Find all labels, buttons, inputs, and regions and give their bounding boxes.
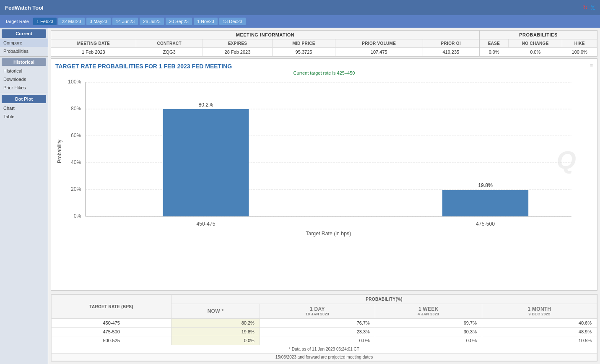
content-area: MEETING INFORMATION MEETING DATE CONTRAC…	[48, 28, 600, 364]
app-title: FedWatch Tool	[5, 5, 44, 11]
month1-450-475: 40.6%	[482, 319, 597, 328]
info-prob-row: MEETING INFORMATION MEETING DATE CONTRAC…	[51, 30, 597, 57]
meeting-tab-3[interactable]: 14 Jun23	[112, 18, 138, 25]
svg-text:100%: 100%	[68, 79, 81, 85]
sidebar-historical[interactable]: Historical	[0, 67, 48, 75]
table-row: 500-525 0.0% 0.0% 0.0% 10.5%	[52, 336, 597, 345]
prob-no-change-val: 0.0%	[508, 48, 562, 57]
chart-menu-icon[interactable]: ≡	[590, 63, 593, 69]
col-contract: CONTRACT	[136, 39, 203, 48]
meeting-tab-7[interactable]: 13 Dec23	[219, 18, 246, 25]
dot-plot-section[interactable]: Dot Plot	[2, 95, 46, 103]
svg-text:80%: 80%	[71, 106, 81, 112]
cell-contract: ZQG3	[136, 48, 203, 57]
col-expires: EXPIRES	[203, 39, 272, 48]
col-mid-price: MID PRICE	[273, 39, 335, 48]
cell-prior-volume: 107,475	[335, 48, 423, 57]
col-meeting-date: MEETING DATE	[51, 39, 136, 48]
svg-text:60%: 60%	[71, 133, 81, 138]
table-row: 450-475 80.2% 76.7% 69.7% 40.6%	[52, 319, 597, 328]
day1-500-525: 0.0%	[260, 336, 375, 345]
footer-row-2: 15/03/2023 and forward are projected mee…	[52, 354, 597, 361]
current-section[interactable]: Current	[2, 29, 46, 38]
svg-text:19.8%: 19.8%	[478, 182, 493, 188]
sidebar-prior-hikes[interactable]: Prior Hikes	[0, 83, 48, 92]
table-row: 475-500 19.8% 23.3% 30.3% 48.9%	[52, 328, 597, 336]
refresh-icon[interactable]: ↻	[583, 4, 588, 11]
meeting-tab-1[interactable]: 22 Mar23	[58, 18, 84, 25]
footer-text-1: * Data as of 11 Jan 2023 06:24:01 CT	[52, 345, 597, 354]
chart-section: TARGET RATE PROBABILITIES FOR 1 FEB 2023…	[51, 58, 597, 291]
svg-text:20%: 20%	[71, 186, 81, 192]
bottom-table-section: TARGET RATE (BPS) PROBABILITY(%) NOW * 1…	[51, 294, 597, 361]
sidebar-compare[interactable]: Compare	[0, 39, 48, 47]
week1-500-525: 0.0%	[375, 336, 482, 345]
meeting-tab-5[interactable]: 20 Sep23	[166, 18, 192, 25]
col-prior-oi: PRIOR OI	[423, 39, 479, 48]
meeting-info-table: MEETING DATE CONTRACT EXPIRES MID PRICE …	[51, 39, 479, 56]
sidebar-downloads[interactable]: Downloads	[0, 75, 48, 83]
chart-title: TARGET RATE PROBABILITIES FOR 1 FEB 2023…	[55, 63, 593, 70]
prob-col-no-change: NO CHANGE	[508, 39, 562, 48]
now-500-525: 0.0%	[171, 336, 260, 345]
svg-text:0%: 0%	[74, 213, 81, 219]
sidebar-table[interactable]: Table	[0, 112, 48, 121]
bar-450-475	[163, 109, 249, 216]
sidebar-chart[interactable]: Chart	[0, 104, 48, 112]
cell-expires: 28 Feb 2023	[203, 48, 272, 57]
cell-mid-price: 95.3725	[273, 48, 335, 57]
month1-475-500: 48.9%	[482, 328, 597, 336]
meeting-tab-6[interactable]: 1 Nov23	[194, 18, 218, 25]
col-prior-volume: PRIOR VOLUME	[335, 39, 423, 48]
chart-subtitle: Current target rate is 425–450	[55, 70, 593, 75]
prob-hike-val: 100.0%	[562, 48, 597, 57]
meeting-tab-4[interactable]: 26 Jul23	[140, 18, 164, 25]
svg-text:Probability: Probability	[57, 139, 62, 163]
title-bar: FedWatch Tool ↻ 𝕏	[0, 0, 600, 15]
prob-ease-val: 0.0%	[480, 48, 508, 57]
target-rate-label: Target Rate	[3, 18, 31, 25]
sidebar-probabilities[interactable]: Probabilities	[0, 47, 48, 55]
bottom-rate-col-header: TARGET RATE (BPS)	[52, 295, 171, 319]
meeting-info-section: MEETING INFORMATION MEETING DATE CONTRAC…	[51, 31, 480, 56]
historical-section-label: Historical	[2, 58, 46, 66]
probabilities-header: PROBABILITIES	[480, 31, 597, 39]
sidebar: Current Compare Probabilities Historical…	[0, 28, 48, 364]
probabilities-section: PROBABILITIES EASE NO CHANGE HIKE 0.0%	[480, 31, 597, 56]
cell-meeting-date: 1 Feb 2023	[51, 48, 136, 57]
day1-475-500: 23.3%	[260, 328, 375, 336]
svg-text:40%: 40%	[71, 159, 81, 165]
month1-500-525: 10.5%	[482, 336, 597, 345]
rate-500-525: 500-525	[52, 336, 171, 345]
prob-table: EASE NO CHANGE HIKE 0.0% 0.0% 100.0%	[480, 39, 597, 56]
bottom-col-1day: 1 DAY 10 JAN 2023	[260, 304, 375, 319]
prob-col-ease: EASE	[480, 39, 508, 48]
rate-450-475: 450-475	[52, 319, 171, 328]
now-475-500: 19.8%	[171, 328, 260, 336]
week1-450-475: 69.7%	[375, 319, 482, 328]
prob-col-hike: HIKE	[562, 39, 597, 48]
week1-475-500: 30.3%	[375, 328, 482, 336]
svg-text:80.2%: 80.2%	[199, 102, 213, 108]
bar-475-500	[442, 190, 528, 216]
footer-text-2: 15/03/2023 and forward are projected mee…	[52, 354, 597, 361]
meeting-tab-2[interactable]: 3 May23	[86, 18, 111, 25]
svg-text:450-475: 450-475	[196, 221, 215, 227]
now-450-475: 80.2%	[171, 319, 260, 328]
bottom-col-1week: 1 WEEK 4 JAN 2023	[375, 304, 482, 319]
main-layout: Current Compare Probabilities Historical…	[0, 28, 600, 364]
svg-text:475-500: 475-500	[476, 221, 495, 227]
bottom-table: TARGET RATE (BPS) PROBABILITY(%) NOW * 1…	[51, 294, 597, 361]
chart-svg: 0% 20% 40% 60% 80%	[55, 78, 593, 242]
tab-row: Target Rate 1 Feb23 22 Mar23 3 May23 14 …	[0, 15, 600, 28]
chart-container: Q 0% 20%	[55, 78, 593, 242]
meeting-info-header: MEETING INFORMATION	[51, 31, 479, 39]
bottom-col-1month: 1 MONTH 9 DEC 2022	[482, 304, 597, 319]
meeting-tab-0[interactable]: 1 Feb23	[33, 18, 57, 25]
twitter-icon[interactable]: 𝕏	[590, 4, 595, 11]
sidebar-divider-2	[0, 93, 48, 93]
sidebar-divider-1	[0, 56, 48, 57]
svg-text:Target Rate (in bps): Target Rate (in bps)	[306, 231, 351, 237]
cell-prior-oi: 410,235	[423, 48, 479, 57]
day1-450-475: 76.7%	[260, 319, 375, 328]
